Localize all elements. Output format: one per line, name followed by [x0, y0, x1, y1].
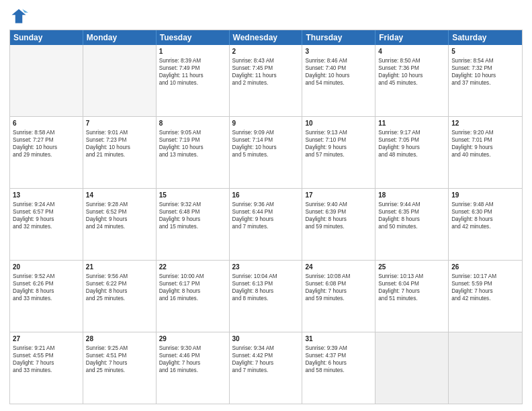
calendar-cell-r3-c3: 15Sunrise: 9:32 AM Sunset: 6:48 PM Dayli… [157, 189, 230, 260]
day-number: 16 [232, 191, 300, 200]
day-number: 17 [305, 191, 372, 200]
calendar-cell-r2-c4: 9Sunrise: 9:09 AM Sunset: 7:14 PM Daylig… [230, 117, 303, 188]
cell-content: Sunrise: 9:17 AM Sunset: 7:05 PM Dayligh… [378, 129, 445, 158]
header-day-saturday: Saturday [449, 30, 522, 45]
cell-content: Sunrise: 9:30 AM Sunset: 4:46 PM Dayligh… [159, 345, 226, 374]
cell-content: Sunrise: 8:39 AM Sunset: 7:49 PM Dayligh… [159, 57, 226, 87]
calendar-cell-r5-c7 [449, 332, 522, 404]
cell-content: Sunrise: 9:48 AM Sunset: 6:30 PM Dayligh… [451, 201, 519, 230]
cell-content: Sunrise: 9:52 AM Sunset: 6:26 PM Dayligh… [13, 273, 80, 302]
calendar-cell-r5-c6 [375, 332, 449, 404]
day-number: 29 [159, 334, 226, 344]
day-number: 30 [232, 334, 300, 344]
calendar-header: SundayMondayTuesdayWednesdayThursdayFrid… [10, 30, 522, 45]
day-number: 13 [13, 191, 80, 200]
day-number: 26 [451, 263, 519, 272]
calendar-cell-r5-c5: 31Sunrise: 9:39 AM Sunset: 4:37 PM Dayli… [302, 332, 375, 404]
day-number: 14 [86, 191, 153, 200]
calendar-cell-r3-c2: 14Sunrise: 9:28 AM Sunset: 6:52 PM Dayli… [83, 189, 157, 260]
calendar-cell-r3-c4: 16Sunrise: 9:36 AM Sunset: 6:44 PM Dayli… [230, 189, 303, 260]
calendar-cell-r1-c1 [10, 45, 83, 116]
cell-content: Sunrise: 9:39 AM Sunset: 4:37 PM Dayligh… [305, 345, 372, 374]
day-number: 3 [305, 47, 372, 56]
calendar-row-2: 6Sunrise: 8:58 AM Sunset: 7:27 PM Daylig… [10, 116, 522, 188]
cell-content: Sunrise: 9:34 AM Sunset: 4:42 PM Dayligh… [232, 345, 300, 374]
cell-content: Sunrise: 8:50 AM Sunset: 7:36 PM Dayligh… [378, 57, 445, 87]
day-number: 31 [305, 334, 372, 344]
calendar-row-5: 27Sunrise: 9:21 AM Sunset: 4:55 PM Dayli… [10, 332, 522, 404]
cell-content: Sunrise: 9:09 AM Sunset: 7:14 PM Dayligh… [232, 129, 300, 158]
day-number: 7 [86, 119, 153, 128]
cell-content: Sunrise: 9:28 AM Sunset: 6:52 PM Dayligh… [86, 201, 153, 230]
cell-content: Sunrise: 9:44 AM Sunset: 6:35 PM Dayligh… [378, 201, 445, 230]
day-number: 11 [378, 119, 445, 128]
day-number: 24 [305, 263, 372, 272]
day-number: 28 [86, 334, 153, 344]
calendar-row-1: 1Sunrise: 8:39 AM Sunset: 7:49 PM Daylig… [10, 45, 522, 116]
cell-content: Sunrise: 9:20 AM Sunset: 7:01 PM Dayligh… [451, 129, 519, 158]
calendar-cell-r1-c4: 2Sunrise: 8:43 AM Sunset: 7:45 PM Daylig… [230, 45, 303, 116]
day-number: 5 [451, 47, 519, 56]
day-number: 10 [305, 119, 372, 128]
calendar-row-4: 20Sunrise: 9:52 AM Sunset: 6:26 PM Dayli… [10, 260, 522, 332]
header-day-monday: Monday [83, 30, 157, 45]
day-number: 1 [159, 47, 226, 56]
day-number: 20 [13, 263, 80, 272]
calendar-cell-r1-c6: 4Sunrise: 8:50 AM Sunset: 7:36 PM Daylig… [375, 45, 449, 116]
calendar-cell-r2-c2: 7Sunrise: 9:01 AM Sunset: 7:23 PM Daylig… [83, 117, 157, 188]
day-number: 22 [159, 263, 226, 272]
calendar-cell-r4-c4: 23Sunrise: 10:04 AM Sunset: 6:13 PM Dayl… [230, 261, 303, 332]
cell-content: Sunrise: 10:13 AM Sunset: 6:04 PM Daylig… [378, 273, 445, 302]
calendar-cell-r5-c2: 28Sunrise: 9:25 AM Sunset: 4:51 PM Dayli… [83, 332, 157, 404]
cell-content: Sunrise: 10:08 AM Sunset: 6:08 PM Daylig… [305, 273, 372, 302]
day-number: 12 [451, 119, 519, 128]
cell-content: Sunrise: 10:17 AM Sunset: 5:59 PM Daylig… [451, 273, 519, 302]
calendar-cell-r4-c3: 22Sunrise: 10:00 AM Sunset: 6:17 PM Dayl… [157, 261, 230, 332]
svg-marker-1 [22, 9, 28, 13]
calendar-cell-r3-c1: 13Sunrise: 9:24 AM Sunset: 6:57 PM Dayli… [10, 189, 83, 260]
calendar-cell-r3-c7: 19Sunrise: 9:48 AM Sunset: 6:30 PM Dayli… [449, 189, 522, 260]
calendar-cell-r4-c7: 26Sunrise: 10:17 AM Sunset: 5:59 PM Dayl… [449, 261, 522, 332]
cell-content: Sunrise: 8:54 AM Sunset: 7:32 PM Dayligh… [451, 57, 519, 87]
calendar-cell-r1-c5: 3Sunrise: 8:46 AM Sunset: 7:40 PM Daylig… [302, 45, 375, 116]
calendar-cell-r5-c4: 30Sunrise: 9:34 AM Sunset: 4:42 PM Dayli… [230, 332, 303, 404]
calendar-cell-r4-c6: 25Sunrise: 10:13 AM Sunset: 6:04 PM Dayl… [375, 261, 449, 332]
cell-content: Sunrise: 8:43 AM Sunset: 7:45 PM Dayligh… [232, 57, 300, 87]
cell-content: Sunrise: 8:46 AM Sunset: 7:40 PM Dayligh… [305, 57, 372, 87]
calendar-cell-r2-c6: 11Sunrise: 9:17 AM Sunset: 7:05 PM Dayli… [375, 117, 449, 188]
header [9, 7, 523, 26]
cell-content: Sunrise: 9:24 AM Sunset: 6:57 PM Dayligh… [13, 201, 80, 230]
cell-content: Sunrise: 9:56 AM Sunset: 6:22 PM Dayligh… [86, 273, 153, 302]
header-day-wednesday: Wednesday [230, 30, 303, 45]
cell-content: Sunrise: 9:01 AM Sunset: 7:23 PM Dayligh… [86, 129, 153, 158]
calendar-cell-r3-c6: 18Sunrise: 9:44 AM Sunset: 6:35 PM Dayli… [375, 189, 449, 260]
cell-content: Sunrise: 9:05 AM Sunset: 7:19 PM Dayligh… [159, 129, 226, 158]
header-day-friday: Friday [375, 30, 449, 45]
day-number: 15 [159, 191, 226, 200]
svg-marker-0 [12, 9, 26, 24]
cell-content: Sunrise: 9:40 AM Sunset: 6:39 PM Dayligh… [305, 201, 372, 230]
calendar-cell-r2-c5: 10Sunrise: 9:13 AM Sunset: 7:10 PM Dayli… [302, 117, 375, 188]
day-number: 21 [86, 263, 153, 272]
calendar-body: 1Sunrise: 8:39 AM Sunset: 7:49 PM Daylig… [10, 45, 522, 404]
day-number: 4 [378, 47, 445, 56]
calendar-cell-r2-c1: 6Sunrise: 8:58 AM Sunset: 7:27 PM Daylig… [10, 117, 83, 188]
day-number: 8 [159, 119, 226, 128]
calendar-cell-r4-c1: 20Sunrise: 9:52 AM Sunset: 6:26 PM Dayli… [10, 261, 83, 332]
header-day-sunday: Sunday [10, 30, 83, 45]
day-number: 25 [378, 263, 445, 272]
page: SundayMondayTuesdayWednesdayThursdayFrid… [0, 0, 532, 411]
day-number: 19 [451, 191, 519, 200]
cell-content: Sunrise: 10:04 AM Sunset: 6:13 PM Daylig… [232, 273, 300, 302]
calendar-cell-r4-c2: 21Sunrise: 9:56 AM Sunset: 6:22 PM Dayli… [83, 261, 157, 332]
calendar-cell-r3-c5: 17Sunrise: 9:40 AM Sunset: 6:39 PM Dayli… [302, 189, 375, 260]
day-number: 9 [232, 119, 300, 128]
calendar-cell-r1-c3: 1Sunrise: 8:39 AM Sunset: 7:49 PM Daylig… [157, 45, 230, 116]
cell-content: Sunrise: 9:36 AM Sunset: 6:44 PM Dayligh… [232, 201, 300, 230]
calendar-cell-r1-c7: 5Sunrise: 8:54 AM Sunset: 7:32 PM Daylig… [449, 45, 522, 116]
day-number: 2 [232, 47, 300, 56]
day-number: 6 [13, 119, 80, 128]
cell-content: Sunrise: 9:32 AM Sunset: 6:48 PM Dayligh… [159, 201, 226, 230]
cell-content: Sunrise: 10:00 AM Sunset: 6:17 PM Daylig… [159, 273, 226, 302]
calendar-cell-r2-c7: 12Sunrise: 9:20 AM Sunset: 7:01 PM Dayli… [449, 117, 522, 188]
